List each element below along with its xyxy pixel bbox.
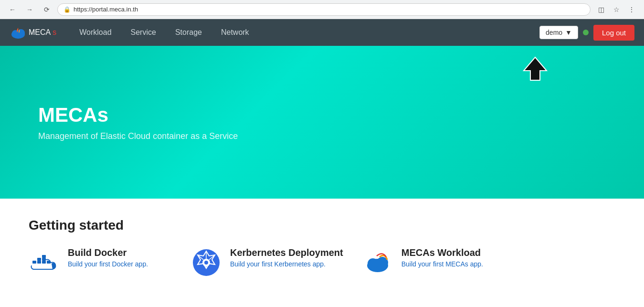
logo-icon — [10, 24, 27, 41]
arrow-up-icon — [522, 55, 549, 82]
kubernetes-card-body: Kerbernetes Deployment Build your first … — [230, 247, 343, 268]
hero-subtitle: Management of Elastic Cloud container as… — [38, 131, 238, 141]
docker-icon — [29, 247, 59, 278]
svg-rect-6 — [37, 261, 41, 264]
navbar-right: demo ▼ Log out — [539, 25, 634, 41]
getting-started-section: Getting started Bu — [0, 199, 644, 297]
mecas-workload-card-body: MECAs Workload Build your first MECAs ap… — [401, 247, 483, 268]
build-docker-card[interactable]: Build Docker Build your first Docker app… — [29, 247, 172, 278]
kubernetes-card-title: Kerbernetes Deployment — [230, 247, 343, 258]
logo-mec-text: MECA — [29, 28, 51, 37]
nav-service[interactable]: Service — [122, 24, 165, 41]
docker-card-desc: Build your first Docker app. — [68, 260, 148, 268]
hero-title: MECAs — [38, 104, 238, 127]
hero-section: MECAs Management of Elastic Cloud contai… — [0, 46, 644, 199]
mecas-workload-card-desc: Build your first MECAs app. — [401, 260, 483, 268]
logo: MECAs — [10, 24, 56, 41]
address-bar[interactable]: 🔒 https://portal.meca.in.th — [57, 3, 591, 16]
svg-point-22 — [368, 258, 378, 269]
kubernetes-card[interactable]: Kerbernetes Deployment Build your first … — [191, 247, 343, 278]
menu-button[interactable]: ⋮ — [625, 3, 638, 16]
svg-point-2 — [17, 29, 25, 37]
nav-network[interactable]: Network — [212, 24, 258, 41]
hero-content: MECAs Management of Elastic Cloud contai… — [38, 104, 238, 141]
navbar: MECAs Workload Service Storage Network d… — [0, 19, 644, 46]
mecas-workload-card[interactable]: MECAs Workload Build your first MECAs ap… — [362, 247, 506, 278]
cast-button[interactable]: ◫ — [594, 3, 608, 16]
svg-rect-10 — [42, 255, 46, 258]
lock-icon: 🔒 — [63, 6, 71, 13]
svg-point-14 — [204, 261, 208, 265]
back-button[interactable]: ← — [6, 3, 19, 16]
logo-as-text: s — [53, 28, 56, 37]
user-dropdown[interactable]: demo ▼ — [539, 26, 578, 39]
nav-storage[interactable]: Storage — [167, 24, 211, 41]
logout-button[interactable]: Log out — [593, 25, 634, 41]
nav-links: Workload Service Storage Network — [71, 24, 539, 41]
refresh-button[interactable]: ⟳ — [40, 3, 53, 16]
forward-button[interactable]: → — [23, 3, 36, 16]
browser-actions: ◫ ☆ ⋮ — [594, 3, 638, 16]
svg-rect-7 — [42, 258, 46, 261]
username-label: demo — [546, 29, 562, 36]
bookmark-button[interactable]: ☆ — [610, 3, 623, 16]
url-text: https://portal.meca.in.th — [74, 6, 138, 13]
arrow-up-indicator — [522, 55, 549, 86]
status-dot — [583, 30, 589, 35]
svg-marker-3 — [524, 57, 547, 80]
browser-chrome: ← → ⟳ 🔒 https://portal.meca.in.th ◫ ☆ ⋮ — [0, 0, 644, 19]
kubernetes-icon — [191, 247, 222, 278]
cards-row: Build Docker Build your first Docker app… — [29, 247, 615, 278]
mecas-workload-icon — [362, 247, 393, 278]
section-title: Getting started — [29, 218, 615, 233]
nav-workload[interactable]: Workload — [71, 24, 120, 41]
svg-rect-8 — [42, 261, 46, 264]
mecas-workload-card-title: MECAs Workload — [401, 247, 483, 258]
docker-card-title: Build Docker — [68, 247, 148, 258]
docker-card-body: Build Docker Build your first Docker app… — [68, 247, 148, 268]
svg-rect-4 — [32, 261, 36, 264]
svg-rect-5 — [37, 258, 41, 261]
kubernetes-card-desc: Build your first Kerbernetes app. — [230, 260, 343, 268]
dropdown-chevron-icon: ▼ — [565, 29, 572, 36]
